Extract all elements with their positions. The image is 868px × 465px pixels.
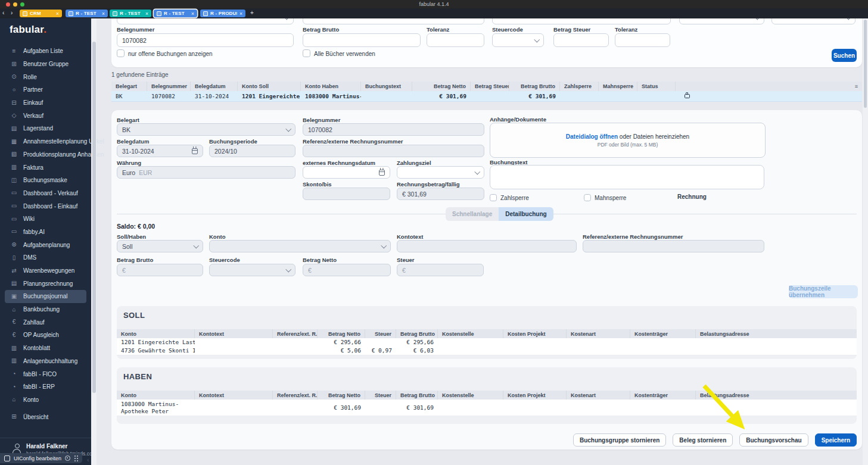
search-filter-select-3[interactable]: [771, 18, 855, 24]
buchungszeile-uebernehmen-button[interactable]: Buchungszeile übernehmen: [789, 285, 858, 298]
sidebar-item-faktura[interactable]: ▥Faktura: [0, 161, 91, 174]
chevron-down-icon: [285, 266, 291, 271]
sidebar-item-rolle[interactable]: ⊙Rolle: [0, 70, 91, 83]
tab-r-test-1[interactable]: R - TEST ×: [66, 10, 108, 17]
search-filter-select-2[interactable]: [679, 18, 764, 24]
sidebar: fabular. ≡Aufgaben Liste ⊞Benutzer Grupp…: [0, 18, 91, 465]
main-scrollbar-thumb[interactable]: [864, 20, 867, 108]
toleranz-input-2[interactable]: [615, 33, 670, 47]
sidebar-item-dashboard-einkauf[interactable]: ▭Dashboard - Einkauf: [0, 199, 91, 213]
nur-offene-buchungen-checkbox[interactable]: [117, 49, 125, 57]
app-tab-icon: [157, 11, 161, 16]
zahlungsziel-label: Zahlungsziel: [397, 160, 431, 166]
beleg-stornieren-button[interactable]: Beleg stornieren: [673, 433, 733, 447]
betrag-steuer-input[interactable]: [553, 33, 609, 47]
col-betrag-netto: Betrag Netto: [318, 391, 365, 400]
sidebar-item-verkauf[interactable]: ◇Verkauf: [0, 109, 91, 122]
back-icon[interactable]: ‹: [2, 10, 4, 16]
speichern-button[interactable]: Speichern: [815, 433, 857, 447]
tab-crm[interactable]: CRM ×: [20, 10, 62, 17]
col-betrag-brutto: Betrag Brutto: [396, 329, 438, 338]
betrag-brutto-label: Betrag Brutto: [303, 26, 339, 33]
sidebar-item-buchungsjournal[interactable]: ▣Buchungsjournal: [5, 290, 86, 303]
sidebar-item-aufgaben-liste[interactable]: ≡Aufgaben Liste: [0, 45, 91, 58]
tab-detailbuchung[interactable]: Detailbuchung: [499, 207, 553, 221]
sidebar-scrollbar-thumb[interactable]: [92, 42, 96, 393]
sidebar-item-konto[interactable]: ⌂Konto: [0, 394, 91, 407]
sidebar-item-anlagenbuchhaltung[interactable]: ▥Anlagenbuchhaltung: [0, 355, 91, 368]
new-tab-icon[interactable]: +: [250, 10, 254, 16]
sidebar-item-kontoblatt[interactable]: ▥Kontoblatt: [0, 342, 91, 355]
sidebar-item-aufgabenplanung[interactable]: ⊛Aufgabenplanung: [0, 238, 91, 251]
sidebar-item-produktionsplanung-anhausen[interactable]: ▧Produktionsplanung Anhausen: [0, 148, 91, 161]
col-belastungsadresse: Belastungsadresse: [696, 329, 857, 338]
search-filter-input-1[interactable]: [303, 18, 484, 24]
tab-r-test-3-active[interactable]: R - TEST ×: [154, 10, 197, 17]
close-tab-icon[interactable]: ×: [191, 11, 194, 17]
rechnungsbetrag-label: Rechnungsbetrag/fällig: [397, 181, 460, 188]
booking-journal-icon: ▣: [10, 294, 18, 299]
search-filter-input-2[interactable]: [492, 18, 671, 24]
col-belegnummer: Belegnummer: [147, 82, 191, 91]
file-dialog-link[interactable]: Dateidialog öffnen: [566, 133, 618, 140]
sidebar-item-warenbewegungen[interactable]: ⇄Warenbewegungen: [0, 264, 91, 277]
tab-schnellanlage[interactable]: Schnellanlage: [446, 207, 499, 221]
soll-row[interactable]: 1201 Eingereichte Lastschriften € 295,66…: [117, 338, 857, 347]
suchen-button[interactable]: Suchen: [832, 49, 857, 62]
sidebar-item-dms[interactable]: ▯DMS: [0, 251, 91, 264]
uiconfig-label: UIConfig bearbeiten: [14, 455, 61, 461]
gear-icon[interactable]: [65, 455, 70, 461]
uiconfig-checkbox[interactable]: [4, 455, 10, 461]
sidebar-collapse-icon[interactable]: ‹: [87, 456, 89, 463]
forward-icon[interactable]: ›: [11, 10, 13, 16]
booking-steuer-input: €: [397, 264, 484, 276]
chevron-down-icon: [284, 18, 289, 20]
zahlsperre-checkbox[interactable]: [490, 194, 497, 201]
sidebar-item-einkauf[interactable]: ⊟Einkauf: [0, 96, 91, 110]
sidebar-item-fabbi-erp[interactable]: ◔fabBI - ERP: [0, 380, 91, 394]
sidebar-item-buchungsmaske[interactable]: ◫Buchungsmaske: [0, 174, 91, 187]
haben-row[interactable]: 1083000 Martinus-Apotheke Peter Kalscheu…: [117, 400, 857, 416]
sidebar-item-benutzer-gruppe[interactable]: ⊞Benutzer Gruppe: [0, 58, 91, 71]
tab-r-test-2[interactable]: R - TEST ×: [110, 10, 151, 17]
belegnummer-input[interactable]: 1070082: [117, 33, 294, 47]
belegart-label: Belegart: [117, 117, 139, 123]
col-referenz: Referenz/ext. R.-Nr.: [273, 391, 318, 400]
col-betrag-netto: Betrag Netto: [318, 329, 365, 338]
toleranz-input-1[interactable]: [427, 33, 484, 47]
sidebar-item-op-ausgleich[interactable]: €OP Ausgleich: [0, 329, 91, 342]
sidebar-item-uebersicht[interactable]: ⊞Übersicht: [0, 410, 91, 423]
sidebar-item-dashboard-verkauf[interactable]: ▭Dashboard - Verkauf: [0, 187, 91, 200]
sidebar-item-planungsrechnung[interactable]: ▤Planungsrechnung: [0, 277, 91, 290]
file-dropzone[interactable]: Dateidialog öffnen oder Dateien hereinzi…: [490, 123, 766, 158]
soll-row[interactable]: 4736 Gewährte Skonti 19% € 5,06 € 0,97 €…: [117, 347, 857, 355]
sidebar-item-wiki[interactable]: ▭Wiki: [0, 213, 91, 226]
ext-rechnungsdatum-input[interactable]: [303, 166, 390, 179]
tab-r-produktiv[interactable]: R - PRODUKTIV ×: [200, 10, 245, 17]
close-tab-icon[interactable]: ×: [56, 11, 59, 17]
mahnsperre-checkbox[interactable]: [584, 194, 591, 201]
close-tab-icon[interactable]: ×: [239, 11, 242, 17]
result-row[interactable]: BK 1070082 31-10-2024 1201 Eingereichte …: [111, 91, 862, 102]
col-belastungsadresse: Belastungsadresse: [696, 391, 857, 400]
soll-haben-label: Soll/Haben: [117, 233, 146, 240]
buchungsgruppe-stornieren-button[interactable]: Buchungsgruppe stornieren: [573, 433, 666, 447]
buchungstext-textarea[interactable]: [490, 165, 764, 189]
zahlungsziel-select[interactable]: [397, 166, 484, 179]
search-filter-select-1[interactable]: [117, 18, 294, 24]
close-tab-icon[interactable]: ×: [145, 11, 148, 17]
buchungsvorschau-button[interactable]: Buchungsvorschau: [739, 433, 808, 447]
sidebar-item-fabbi-fico[interactable]: ◔fabBI - FICO: [0, 367, 91, 380]
sidebar-item-zahllauf[interactable]: €Zahllauf: [0, 316, 91, 329]
alle-buecher-checkbox[interactable]: [303, 49, 310, 57]
sidebar-item-annahmestellenplanung-unkel[interactable]: ▦Annahmestellenplanung Unkel: [0, 135, 91, 148]
sidebar-item-partner[interactable]: ○Partner: [0, 83, 91, 96]
sidebar-item-fabby-ai[interactable]: ▭fabby.AI: [0, 226, 91, 239]
sidebar-item-lagerstand[interactable]: ▤Lagerstand: [0, 122, 91, 135]
sidebar-item-bankbuchung[interactable]: ⌂Bankbuchung: [0, 303, 91, 316]
close-tab-icon[interactable]: ×: [102, 11, 105, 17]
steuercode-select[interactable]: [492, 33, 544, 47]
column-menu-icon[interactable]: ≡: [855, 83, 858, 89]
betrag-brutto-input[interactable]: [303, 33, 421, 47]
drag-handle-icon[interactable]: [74, 455, 78, 461]
